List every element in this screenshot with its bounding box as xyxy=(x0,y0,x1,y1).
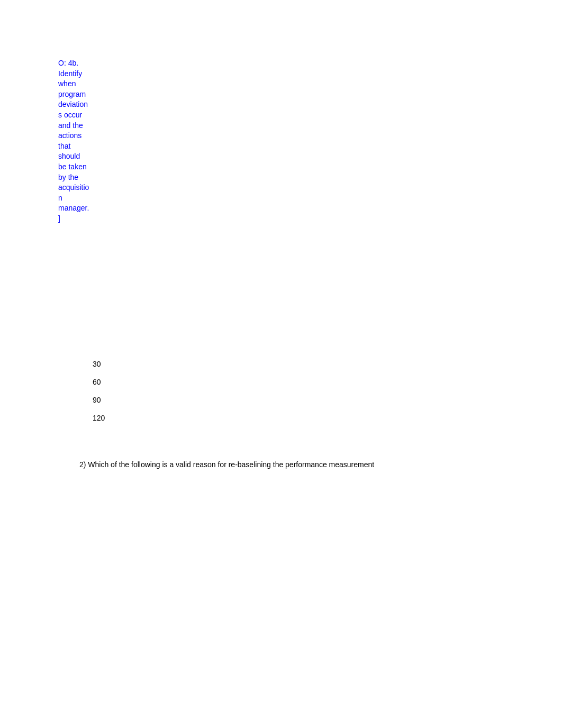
number-60: 60 xyxy=(93,378,105,386)
number-120: 120 xyxy=(93,414,105,422)
number-90: 90 xyxy=(93,396,105,404)
number-30: 30 xyxy=(93,360,105,368)
numbers-section: 30 60 90 120 xyxy=(93,360,105,432)
question-section: 2) Which of the following is a valid rea… xyxy=(79,460,536,469)
question-text: 2) Which of the following is a valid rea… xyxy=(79,460,374,469)
blue-text-block: O: 4b. Identify when program deviations … xyxy=(58,58,90,224)
